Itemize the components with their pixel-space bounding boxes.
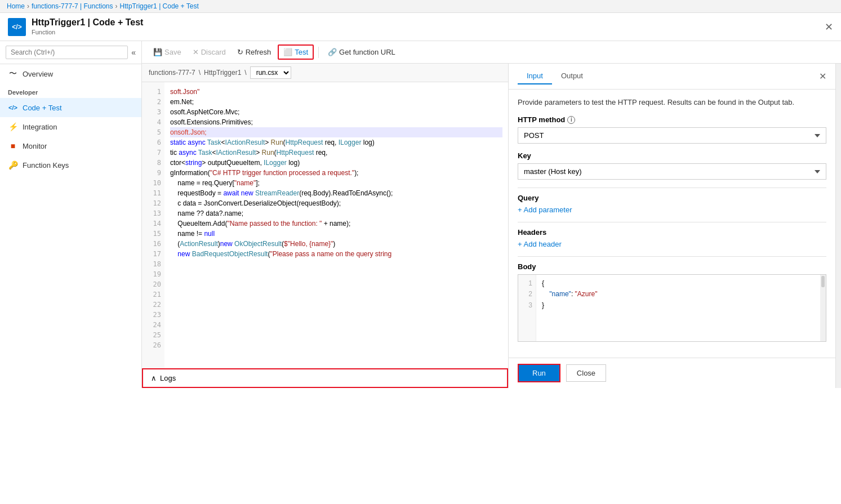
main-content: 💾 Save ✕ Discard ↻ Refresh ⬜ Test 🔗 Get … [142, 41, 841, 388]
editor-path-trigger: HttpTrigger1 [204, 69, 241, 77]
toolbar-separator [318, 47, 319, 58]
key-section: Key master (Host key) default (Function … [518, 151, 826, 180]
code-line-22: name != null [170, 229, 502, 239]
line-numbers: 1234567891011121314151617181920212223242… [142, 82, 164, 368]
test-tabs: Input Output [518, 68, 592, 84]
save-button[interactable]: 💾 Save [149, 46, 186, 59]
tab-output[interactable]: Output [552, 68, 592, 84]
title-bar: </> HttpTrigger1 | Code + Test Function … [0, 13, 841, 41]
refresh-button[interactable]: ↻ Refresh [233, 46, 276, 59]
body-line-3: } [542, 300, 815, 311]
get-url-icon: 🔗 [328, 48, 337, 56]
search-input[interactable] [6, 46, 128, 59]
test-header: Input Output ✕ [509, 64, 835, 90]
key-select[interactable]: master (Host key) default (Function key) [518, 163, 826, 180]
test-button[interactable]: ⬜ Test [278, 44, 314, 60]
http-method-label: HTTP method i [518, 115, 826, 124]
editor-header: functions-777-7 \ HttpTrigger1 \ run.csx [142, 64, 508, 82]
headers-section: Headers + Add header [518, 228, 826, 248]
editor-panel: functions-777-7 \ HttpTrigger1 \ run.csx… [142, 64, 509, 388]
code-line-18: name ?? data?.name; [170, 208, 502, 218]
discard-icon: ✕ [193, 48, 199, 56]
sidebar-item-function-keys-label: Function Keys [23, 161, 69, 170]
divider-1 [518, 188, 826, 188]
overview-icon: 〜 [8, 69, 18, 79]
tab-input[interactable]: Input [518, 68, 552, 84]
body-line-2: "name": "Azure" [542, 289, 815, 300]
key-label: Key [518, 151, 826, 160]
scrollbar-thumb [821, 276, 825, 287]
code-line-1: soft.Json" [170, 87, 502, 97]
body-code: { "name": "Azure" } [536, 275, 820, 341]
breadcrumb-home[interactable]: Home [7, 2, 25, 10]
function-keys-icon: 🔑 [8, 160, 18, 170]
query-section: Query + Add parameter [518, 194, 826, 214]
http-method-section: HTTP method i POST GET PUT DELETE PATCH [518, 115, 826, 144]
body-label: Body [518, 262, 826, 271]
code-line-6: onsoft.Json; [170, 127, 502, 137]
test-footer: Run Close [509, 358, 835, 388]
code-line-20: QueueItem.Add("Name passed to the functi… [170, 218, 502, 229]
body-line-1: { [542, 278, 815, 289]
logs-bar[interactable]: ∧ Logs [142, 368, 508, 388]
editor-path-root: functions-777-7 [149, 69, 195, 77]
sidebar-item-integration[interactable]: ⚡ Integration [0, 117, 141, 136]
refresh-icon: ↻ [237, 48, 243, 56]
test-panel: Input Output ✕ Provide parameters to tes… [509, 64, 835, 388]
integration-icon: ⚡ [8, 122, 18, 132]
divider-3 [518, 256, 826, 257]
sidebar-item-function-keys[interactable]: 🔑 Function Keys [0, 155, 141, 175]
collapse-button[interactable]: « [131, 48, 136, 57]
run-button[interactable]: Run [518, 364, 560, 382]
test-panel-scrollbar [835, 64, 841, 388]
logs-label: Logs [160, 374, 176, 382]
editor-test-row: functions-777-7 \ HttpTrigger1 \ run.csx… [142, 64, 841, 388]
code-line-10: ctor<string> outputQueueItem, ILogger lo… [170, 158, 502, 168]
sidebar-item-overview[interactable]: 〜 Overview [0, 64, 141, 83]
app-icon: </> [8, 18, 26, 36]
http-method-select-row: POST GET PUT DELETE PATCH [518, 127, 826, 144]
code-line-4: osoft.AspNetCore.Mvc; [170, 107, 502, 117]
breadcrumb-current: HttpTrigger1 | Code + Test [120, 2, 199, 10]
toolbar: 💾 Save ✕ Discard ↻ Refresh ⬜ Test 🔗 Get … [142, 41, 841, 64]
code-line-5: osoft.Extensions.Primitives; [170, 117, 502, 127]
code-line-16: requestBody = await new StreamReader(req… [170, 188, 502, 198]
sidebar-item-monitor[interactable]: ■ Monitor [0, 136, 141, 155]
http-method-select[interactable]: POST GET PUT DELETE PATCH [518, 127, 826, 144]
code-line-3: em.Net; [170, 97, 502, 107]
code-line-12: gInformation("C# HTTP trigger function p… [170, 168, 502, 178]
editor-file-select[interactable]: run.csx [250, 66, 291, 79]
code-editor[interactable]: soft.Json" em.Net; osoft.AspNetCore.Mvc;… [164, 82, 508, 368]
developer-section: Developer [0, 83, 141, 98]
add-parameter-link[interactable]: + Add parameter [518, 206, 572, 214]
save-icon: 💾 [153, 48, 162, 56]
editor-body: 1234567891011121314151617181920212223242… [142, 82, 508, 368]
breadcrumb: Home › functions-777-7 | Functions › Htt… [0, 0, 841, 13]
monitor-icon: ■ [8, 141, 18, 151]
sidebar-item-code-test[interactable]: </> Code + Test [0, 98, 141, 117]
page-subtitle: Function [32, 29, 55, 35]
test-body: Provide parameters to test the HTTP requ… [509, 90, 835, 358]
body-scrollbar [820, 275, 826, 341]
get-url-button[interactable]: 🔗 Get function URL [323, 46, 400, 59]
body-editor[interactable]: 123 { "name": "Azure" } [518, 274, 826, 342]
key-select-row: master (Host key) default (Function key) [518, 163, 826, 180]
code-line-8: static async Task<IActionResult> Run(Htt… [170, 137, 502, 148]
sidebar: « 〜 Overview Developer </> Code + Test ⚡… [0, 41, 142, 388]
body-line-numbers: 123 [518, 275, 536, 341]
close-footer-button[interactable]: Close [566, 364, 606, 382]
code-line-24: new BadRequestObjectResult("Please pass … [170, 249, 502, 259]
add-header-link[interactable]: + Add header [518, 240, 562, 248]
code-line-17: c data = JsonConvert.DeserializeObject(r… [170, 198, 502, 208]
window-close-button[interactable]: ✕ [825, 21, 833, 33]
discard-button[interactable]: ✕ Discard [188, 46, 230, 59]
headers-label: Headers [518, 228, 826, 237]
test-icon: ⬜ [283, 48, 292, 56]
close-test-button[interactable]: ✕ [819, 71, 826, 82]
code-line-9: tic async Task<IActionResult> Run(HttpRe… [170, 148, 502, 158]
test-description: Provide parameters to test the HTTP requ… [518, 97, 826, 108]
breadcrumb-functions[interactable]: functions-777-7 | Functions [32, 2, 113, 10]
code-test-icon: </> [8, 102, 18, 113]
http-method-info-icon: i [567, 116, 575, 124]
sidebar-item-code-test-label: Code + Test [23, 104, 62, 112]
